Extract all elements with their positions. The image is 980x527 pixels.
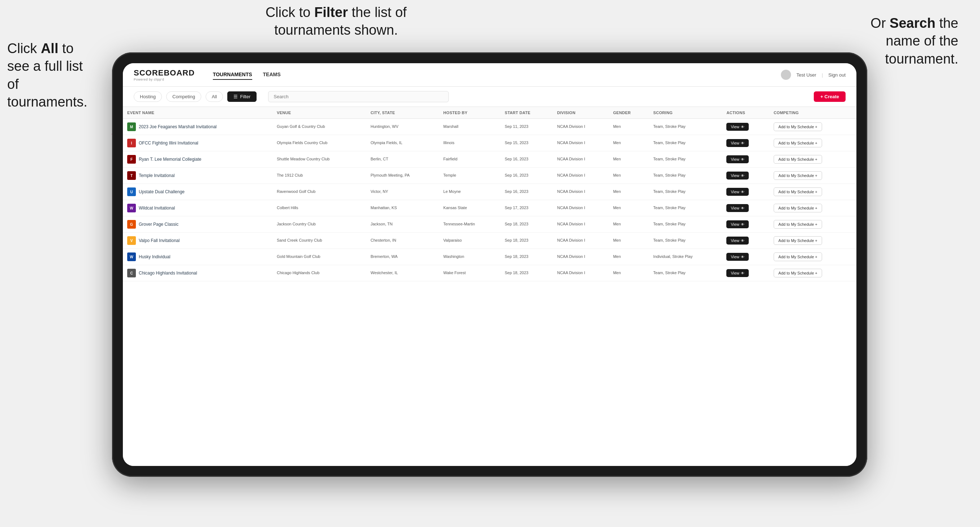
event-name: Chicago Highlands Invitational [139, 271, 197, 276]
start-date: Sep 16, 2023 [505, 189, 528, 194]
add-schedule-button[interactable]: Add to My Schedule + [774, 187, 822, 196]
view-button[interactable]: View 👁 [726, 123, 749, 131]
scoring: Team, Stroke Play [653, 189, 686, 194]
event-name: Temple Invitational [139, 173, 175, 178]
city-state: Berlin, CT [371, 157, 388, 161]
division: NCAA Division I [557, 173, 585, 177]
division: NCAA Division I [557, 189, 585, 194]
col-start-date: START DATE [501, 107, 553, 119]
add-schedule-button[interactable]: Add to My Schedule + [774, 220, 822, 229]
venue: Chicago Highlands Club [277, 271, 320, 275]
team-logo: F [127, 155, 136, 163]
view-button[interactable]: View 👁 [726, 139, 749, 147]
view-button[interactable]: View 👁 [726, 220, 749, 228]
table-body: M 2023 Joe Feaganes Marshall Invitationa… [123, 119, 856, 281]
gender: Men [613, 157, 621, 161]
division: NCAA Division I [557, 238, 585, 242]
view-button[interactable]: View 👁 [726, 188, 749, 196]
scoring: Team, Stroke Play [653, 124, 686, 129]
event-name: Valpo Fall Invitational [139, 238, 180, 243]
eye-icon: 👁 [741, 222, 745, 227]
add-schedule-button[interactable]: Add to My Schedule + [774, 122, 822, 131]
division: NCAA Division I [557, 271, 585, 275]
view-button[interactable]: View 👁 [726, 253, 749, 261]
gender: Men [613, 141, 621, 145]
add-schedule-button[interactable]: Add to My Schedule + [774, 252, 822, 261]
add-schedule-button[interactable]: Add to My Schedule + [774, 139, 822, 148]
city-state: Bremerton, WA [371, 254, 398, 259]
city-state: Westchester, IL [371, 271, 398, 275]
view-button[interactable]: View 👁 [726, 237, 749, 244]
city-state: Victor, NY [371, 189, 388, 194]
start-date: Sep 15, 2023 [505, 141, 528, 145]
tab-hosting[interactable]: Hosting [134, 91, 162, 102]
add-schedule-button[interactable]: Add to My Schedule + [774, 155, 822, 163]
add-schedule-button[interactable]: Add to My Schedule + [774, 204, 822, 213]
filter-button[interactable]: ☰ Filter [227, 91, 256, 102]
view-button[interactable]: View 👁 [726, 204, 749, 212]
team-logo: V [127, 236, 136, 245]
hosted-by: Illinois [443, 141, 455, 145]
gender: Men [613, 222, 621, 226]
hosted-by: Temple [443, 173, 456, 177]
eye-icon: 👁 [741, 190, 745, 194]
view-button[interactable]: View 👁 [726, 155, 749, 163]
team-logo: T [127, 171, 136, 180]
col-division: DIVISION [553, 107, 609, 119]
tournaments-table: EVENT NAME VENUE CITY, STATE HOSTED BY S… [123, 107, 856, 281]
eye-icon: 👁 [741, 174, 745, 178]
filter-icon: ☰ [234, 94, 238, 99]
tab-all[interactable]: All [205, 91, 223, 102]
sign-out-link[interactable]: Sign out [828, 72, 846, 78]
event-name-cell: W Wildcat Invitational [127, 204, 268, 213]
event-name-cell: V Valpo Fall Invitational [127, 236, 268, 245]
event-name-cell: W Husky Individual [127, 252, 268, 261]
table-header: EVENT NAME VENUE CITY, STATE HOSTED BY S… [123, 107, 856, 119]
event-name: OFCC Fighting Illini Invitational [139, 141, 198, 146]
division: NCAA Division I [557, 222, 585, 226]
nav-tournaments[interactable]: TOURNAMENTS [213, 70, 252, 80]
event-name-cell: G Grover Page Classic [127, 220, 268, 229]
toolbar: Hosting Competing All ☰ Filter + Create [123, 87, 856, 107]
eye-icon: 👁 [741, 255, 745, 259]
tablet-frame: SCOREBOARD Powered by clipp'd TOURNAMENT… [112, 52, 867, 477]
event-name-cell: I OFCC Fighting Illini Invitational [127, 139, 268, 148]
table-row: I OFCC Fighting Illini Invitational Olym… [123, 135, 856, 151]
user-avatar [781, 70, 791, 80]
hosted-by: Tennessee-Martin [443, 222, 475, 226]
table-row: M 2023 Joe Feaganes Marshall Invitationa… [123, 119, 856, 135]
filter-label: Filter [240, 94, 250, 99]
event-name-cell: U Upstate Dual Challenge [127, 187, 268, 196]
division: NCAA Division I [557, 206, 585, 210]
start-date: Sep 18, 2023 [505, 254, 528, 259]
table-row: C Chicago Highlands Invitational Chicago… [123, 265, 856, 281]
annotation-top: Click to Filter the list oftournaments s… [246, 3, 426, 40]
view-button[interactable]: View 👁 [726, 171, 749, 179]
logo-area: SCOREBOARD Powered by clipp'd [134, 68, 195, 81]
gender: Men [613, 124, 621, 129]
scoring: Team, Stroke Play [653, 173, 686, 177]
tournaments-table-container: EVENT NAME VENUE CITY, STATE HOSTED BY S… [123, 107, 856, 466]
event-name-cell: M 2023 Joe Feaganes Marshall Invitationa… [127, 122, 268, 131]
venue: Gold Mountain Golf Club [277, 254, 320, 259]
add-schedule-button[interactable]: Add to My Schedule + [774, 269, 822, 278]
event-name-cell: C Chicago Highlands Invitational [127, 269, 268, 278]
venue: Colbert Hills [277, 206, 298, 210]
start-date: Sep 17, 2023 [505, 206, 528, 210]
create-button[interactable]: + Create [814, 91, 846, 102]
venue: Shuttle Meadow Country Club [277, 157, 329, 161]
tab-competing[interactable]: Competing [166, 91, 201, 102]
venue: Sand Creek Country Club [277, 238, 322, 242]
add-schedule-button[interactable]: Add to My Schedule + [774, 171, 822, 180]
app-header: SCOREBOARD Powered by clipp'd TOURNAMENT… [123, 63, 856, 87]
col-competing: COMPETING [769, 107, 856, 119]
city-state: Chesterton, IN [371, 238, 396, 242]
hosted-by: Washington [443, 254, 465, 259]
search-input[interactable] [268, 91, 449, 102]
add-schedule-button[interactable]: Add to My Schedule + [774, 236, 822, 245]
col-gender: GENDER [609, 107, 649, 119]
gender: Men [613, 271, 621, 275]
nav-teams[interactable]: TEAMS [263, 70, 281, 80]
view-button[interactable]: View 👁 [726, 269, 749, 277]
team-logo: M [127, 122, 136, 131]
